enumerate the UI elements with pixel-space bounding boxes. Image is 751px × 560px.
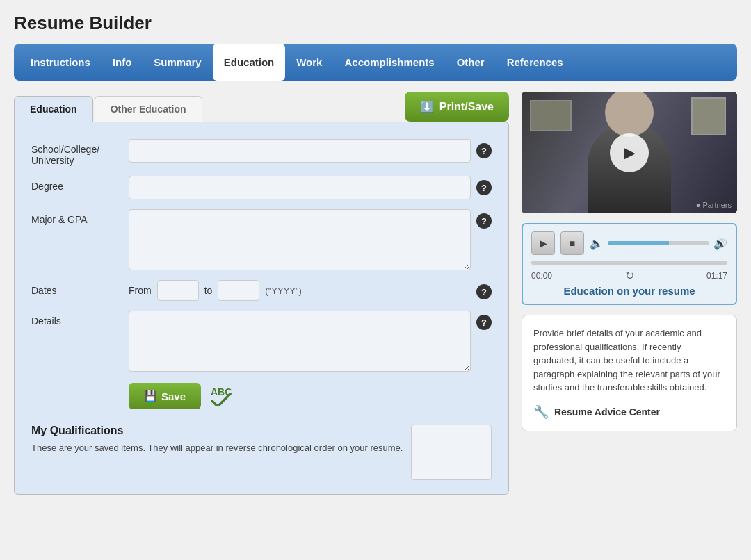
audio-time-total: 01:17: [706, 271, 727, 281]
audio-play-button[interactable]: ▶: [531, 231, 555, 255]
info-text: Provide brief details of your academic a…: [533, 327, 725, 395]
dates-help-icon[interactable]: ?: [476, 284, 492, 299]
dates-label: Dates: [31, 280, 129, 296]
save-label: Save: [161, 390, 186, 402]
details-row: Details ?: [31, 311, 492, 372]
advice-link-label: Resume Advice Center: [554, 406, 660, 418]
qualifications-section: My Qualifications These are your saved i…: [31, 425, 492, 480]
audio-time-current: 00:00: [531, 271, 552, 281]
degree-help-icon[interactable]: ?: [476, 180, 492, 195]
print-save-button[interactable]: ⬇️ Print/Save: [405, 92, 509, 122]
dates-inner: From to ("YYYY"): [129, 280, 471, 301]
left-panel: Education Other Education ⬇️ Print/Save …: [14, 92, 509, 495]
nav-bar: Instructions Info Summary Education Work…: [14, 44, 737, 81]
volume-max-icon: 🔊: [713, 237, 727, 250]
details-label: Details: [31, 311, 129, 327]
qualifications-description: These are your saved items. They will ap…: [31, 443, 403, 453]
qualifications-content-row: My Qualifications These are your saved i…: [31, 425, 492, 480]
major-help-icon[interactable]: ?: [476, 213, 492, 229]
nav-item-references[interactable]: References: [496, 44, 574, 81]
audio-volume-area: 🔈 🔊: [590, 237, 727, 250]
print-save-label: Print/Save: [439, 101, 494, 113]
nav-item-other[interactable]: Other: [446, 44, 496, 81]
save-button[interactable]: 💾 Save: [129, 383, 201, 409]
details-control-wrap: ?: [129, 311, 492, 372]
audio-buttons-row: ▶ ■ 🔈 🔊: [531, 231, 727, 255]
degree-input[interactable]: [129, 176, 471, 199]
video-overlay-text: ● Partners: [696, 201, 732, 209]
video-container[interactable]: ▶ ● Partners: [522, 92, 737, 213]
audio-progress-bar[interactable]: [531, 261, 727, 265]
video-background: ▶ ● Partners: [522, 92, 737, 213]
details-help-icon[interactable]: ?: [476, 315, 492, 330]
dates-to-label: to: [204, 285, 213, 296]
degree-label: Degree: [31, 176, 129, 192]
qualifications-text-col: My Qualifications These are your saved i…: [31, 425, 403, 480]
audio-controls: ▶ ■ 🔈 🔊 00:00 ↻ 01:17 Education on your …: [522, 223, 737, 305]
nav-item-summary[interactable]: Summary: [143, 44, 212, 81]
details-textarea[interactable]: [129, 311, 471, 372]
qualifications-title: My Qualifications: [31, 425, 403, 437]
major-label: Major & GPA: [31, 209, 129, 225]
download-icon: ⬇️: [420, 100, 434, 113]
audio-title: Education on your resume: [531, 285, 727, 297]
btn-row: 💾 Save ABC: [31, 381, 492, 411]
header-tabs-row: Education Other Education ⬇️ Print/Save: [14, 92, 509, 122]
major-control-wrap: ?: [129, 209, 492, 270]
floppy-disk-icon: 💾: [144, 390, 157, 402]
school-row: School/College/ University ?: [31, 139, 492, 166]
video-play-button[interactable]: ▶: [610, 133, 649, 172]
major-textarea[interactable]: [129, 209, 471, 270]
degree-control-wrap: ?: [129, 176, 492, 199]
dates-from-label: From: [129, 285, 152, 296]
spell-check-icon[interactable]: ABC: [209, 381, 234, 411]
date-from-input[interactable]: [157, 280, 199, 301]
tab-education[interactable]: Education: [14, 96, 93, 122]
school-help-icon[interactable]: ?: [476, 143, 492, 158]
school-label: School/College/ University: [31, 139, 129, 166]
volume-mute-icon[interactable]: 🔈: [590, 237, 604, 250]
degree-row: Degree ?: [31, 176, 492, 199]
audio-refresh-icon[interactable]: ↻: [625, 269, 634, 282]
right-panel: ▶ ● Partners ▶ ■ 🔈 🔊 00:00: [522, 92, 737, 431]
resume-advice-link[interactable]: 🔧 Resume Advice Center: [533, 404, 725, 420]
nav-item-education[interactable]: Education: [213, 44, 286, 81]
app-title: Resume Builder: [14, 13, 737, 34]
info-box: Provide brief details of your academic a…: [522, 315, 737, 431]
audio-time-row: 00:00 ↻ 01:17: [531, 269, 727, 282]
nav-item-info[interactable]: Info: [102, 44, 143, 81]
nav-item-work[interactable]: Work: [285, 44, 333, 81]
qualifications-box: [411, 425, 492, 480]
audio-stop-button[interactable]: ■: [560, 231, 584, 255]
nav-item-accomplishments[interactable]: Accomplishments: [333, 44, 445, 81]
major-row: Major & GPA ?: [31, 209, 492, 270]
school-control-wrap: ?: [129, 139, 492, 163]
date-to-input[interactable]: [218, 280, 259, 301]
form-card: School/College/ University ? Degree ?: [14, 122, 509, 495]
dates-row: Dates From to ("YYYY") ?: [31, 280, 492, 301]
wrench-icon: 🔧: [533, 404, 549, 420]
nav-item-instructions[interactable]: Instructions: [19, 44, 102, 81]
dates-format: ("YYYY"): [265, 286, 302, 296]
dates-control-wrap: From to ("YYYY") ?: [129, 280, 492, 301]
main-layout: Education Other Education ⬇️ Print/Save …: [14, 92, 737, 495]
tab-row: Education Other Education: [14, 96, 204, 122]
school-input[interactable]: [129, 139, 471, 163]
volume-slider[interactable]: [608, 241, 709, 245]
tab-other-education[interactable]: Other Education: [95, 96, 202, 122]
